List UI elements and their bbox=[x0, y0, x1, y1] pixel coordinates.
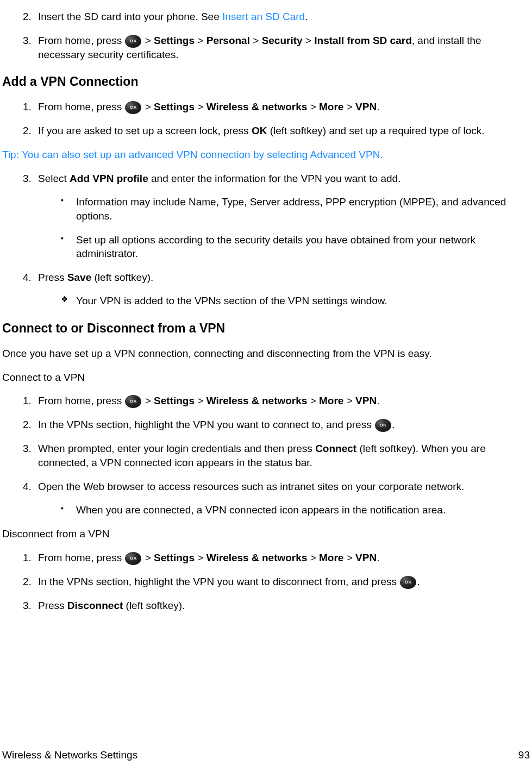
text: > bbox=[142, 552, 154, 563]
list-item: 4. Press Save (left softkey). Your VPN i… bbox=[24, 271, 530, 308]
text: > bbox=[195, 395, 206, 406]
path-settings: Settings bbox=[154, 101, 195, 112]
list-item: 4. Open the Web browser to access resour… bbox=[24, 480, 530, 517]
text: Open the Web browser to access resources… bbox=[38, 481, 464, 492]
path-security: Security bbox=[262, 35, 303, 46]
list-connect-vpn: 1. From home, press > Settings > Wireles… bbox=[2, 394, 530, 517]
text: From home, press bbox=[38, 35, 124, 46]
path-more: More bbox=[319, 552, 343, 563]
text: Insert the SD card into your phone. See bbox=[38, 11, 222, 22]
list-add-vpn-a: 1. From home, press > Settings > Wireles… bbox=[2, 100, 530, 138]
text: When prompted, enter your login credenti… bbox=[38, 443, 315, 454]
text: (left softkey). bbox=[91, 272, 153, 283]
text: Select bbox=[38, 173, 70, 184]
text: (left softkey) and set up a required typ… bbox=[267, 125, 484, 136]
bold-connect: Connect bbox=[315, 443, 356, 454]
text: > bbox=[307, 552, 319, 563]
list-number: 1. bbox=[23, 394, 32, 408]
list-item: 2. If you are asked to set up a screen l… bbox=[24, 124, 530, 138]
list-number: 2. bbox=[23, 575, 32, 589]
list-number: 2. bbox=[23, 418, 32, 432]
list-number: 2. bbox=[23, 10, 32, 24]
path-vpn: VPN bbox=[355, 101, 377, 112]
list-item: 2. In the VPNs section, highlight the VP… bbox=[24, 575, 530, 589]
tip-note: Tip: You can also set up an advanced VPN… bbox=[2, 148, 530, 162]
list-add-vpn-b: 3. Select Add VPN profile and enter the … bbox=[2, 172, 530, 308]
path-vpn: VPN bbox=[355, 395, 377, 406]
path-more: More bbox=[319, 395, 343, 406]
text: . bbox=[417, 576, 420, 587]
ok-button-icon bbox=[400, 576, 416, 589]
text: Press bbox=[38, 272, 67, 283]
sublist-item: Information may include Name, Type, Serv… bbox=[61, 195, 530, 223]
list-number: 2. bbox=[23, 124, 32, 138]
list-number: 1. bbox=[23, 100, 32, 114]
text: If you are asked to set up a screen lock… bbox=[38, 125, 252, 136]
sublist: Your VPN is added to the VPNs section of… bbox=[38, 294, 530, 308]
heading-add-vpn: Add a VPN Connection bbox=[2, 73, 530, 90]
path-settings: Settings bbox=[154, 552, 195, 563]
text: > bbox=[343, 395, 355, 406]
list-item: 2. Insert the SD card into your phone. S… bbox=[24, 10, 530, 24]
text: > bbox=[343, 552, 355, 563]
list-number: 3. bbox=[23, 442, 32, 456]
tip-text: : You can also set up an advanced VPN co… bbox=[16, 149, 383, 160]
sublist-item: Set up all options according to the secu… bbox=[61, 233, 530, 261]
text: Press bbox=[38, 600, 67, 611]
text: . bbox=[377, 552, 379, 563]
footer-section-title: Wireless & Networks Settings bbox=[2, 748, 137, 762]
list-item: 2. In the VPNs section, highlight the VP… bbox=[24, 418, 530, 432]
text: From home, press bbox=[38, 552, 124, 563]
bold-ok: OK bbox=[252, 125, 267, 136]
subheading-disconnect: Disconnect from a VPN bbox=[2, 527, 530, 541]
text: (left softkey). bbox=[123, 600, 185, 611]
text: > bbox=[142, 35, 154, 46]
text: > bbox=[307, 101, 319, 112]
path-settings: Settings bbox=[154, 395, 195, 406]
list-number: 3. bbox=[23, 34, 32, 48]
page-content: 2. Insert the SD card into your phone. S… bbox=[0, 10, 532, 612]
link-insert-sd-card[interactable]: Insert an SD Card bbox=[222, 11, 305, 22]
list-number: 4. bbox=[23, 271, 32, 285]
intro-text: Once you have set up a VPN connection, c… bbox=[2, 347, 530, 361]
path-wireless: Wireless & networks bbox=[206, 395, 308, 406]
ok-button-icon bbox=[125, 552, 141, 565]
path-wireless: Wireless & networks bbox=[206, 101, 308, 112]
heading-connect-disconnect: Connect to or Disconnect from a VPN bbox=[2, 320, 530, 337]
bold-save: Save bbox=[67, 272, 91, 283]
subheading-connect: Connect to a VPN bbox=[2, 371, 530, 385]
path-settings: Settings bbox=[154, 35, 195, 46]
list-item: 3. Press Disconnect (left softkey). bbox=[24, 599, 530, 613]
footer-page-number: 93 bbox=[518, 748, 530, 762]
list-item: 3. From home, press > Settings > Persona… bbox=[24, 34, 530, 62]
path-vpn: VPN bbox=[355, 552, 377, 563]
list-number: 4. bbox=[23, 480, 32, 494]
sublist: Information may include Name, Type, Serv… bbox=[38, 195, 530, 261]
text: > bbox=[195, 552, 206, 563]
list-disconnect-vpn: 1. From home, press > Settings > Wireles… bbox=[2, 551, 530, 613]
text: . bbox=[377, 395, 379, 406]
bold-add-vpn-profile: Add VPN profile bbox=[70, 173, 148, 184]
sublist-item: Your VPN is added to the VPNs section of… bbox=[61, 294, 530, 308]
ok-button-icon bbox=[125, 101, 141, 114]
sublist-item: When you are connected, a VPN connected … bbox=[61, 503, 530, 517]
path-more: More bbox=[319, 101, 343, 112]
list-item: 3. When prompted, enter your login crede… bbox=[24, 442, 530, 469]
text: In the VPNs section, highlight the VPN y… bbox=[38, 576, 399, 587]
list-install-cert: 2. Insert the SD card into your phone. S… bbox=[2, 10, 530, 61]
sublist: When you are connected, a VPN connected … bbox=[38, 503, 530, 517]
tip-label: Tip bbox=[2, 149, 16, 160]
list-item: 1. From home, press > Settings > Wireles… bbox=[24, 100, 530, 114]
text: > bbox=[307, 395, 319, 406]
ok-button-icon bbox=[125, 395, 141, 408]
list-item: 3. Select Add VPN profile and enter the … bbox=[24, 172, 530, 261]
text: . bbox=[305, 11, 308, 22]
list-number: 3. bbox=[23, 599, 32, 613]
list-item: 1. From home, press > Settings > Wireles… bbox=[24, 551, 530, 565]
text: > bbox=[195, 101, 206, 112]
text: and enter the information for the VPN yo… bbox=[148, 173, 401, 184]
list-item: 1. From home, press > Settings > Wireles… bbox=[24, 394, 530, 408]
text: . bbox=[377, 101, 379, 112]
bold-disconnect: Disconnect bbox=[67, 600, 123, 611]
text: > bbox=[250, 35, 262, 46]
